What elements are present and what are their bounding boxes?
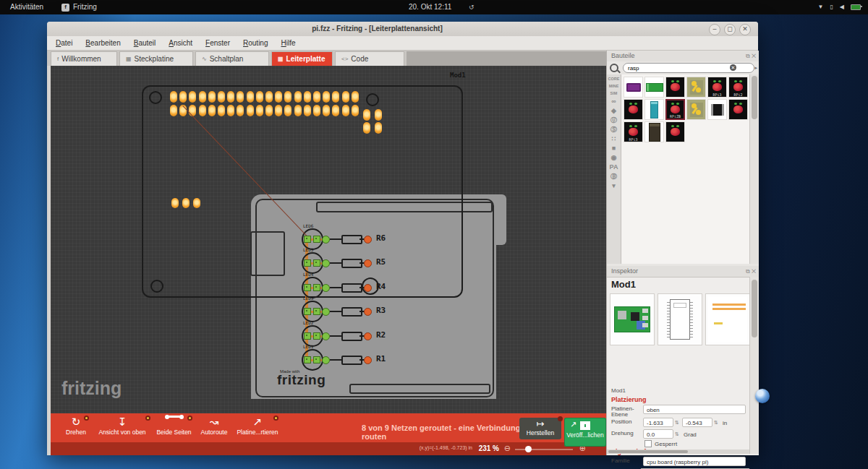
category-mine[interactable]: MINE <box>609 84 619 88</box>
gpio-pad[interactable] <box>208 105 216 116</box>
menu-ansicht[interactable]: Ansicht <box>169 39 192 47</box>
gpio-pad[interactable] <box>332 105 339 116</box>
part-tile[interactable] <box>624 99 643 120</box>
gpio-pad[interactable] <box>199 91 206 103</box>
gpio-pad[interactable] <box>352 91 359 103</box>
gpio-pad[interactable] <box>352 105 359 116</box>
gpio-pad[interactable] <box>247 91 254 103</box>
smd-pad[interactable] <box>304 332 311 340</box>
menu-hilfe[interactable]: Hilfe <box>281 39 296 47</box>
gpio-pad[interactable] <box>256 105 263 116</box>
stepper-icon[interactable]: ⇅ <box>675 431 679 437</box>
gpio-pad[interactable] <box>342 91 349 103</box>
smd-pad[interactable] <box>304 284 311 291</box>
gpio-pad[interactable] <box>247 105 254 116</box>
position-y-input[interactable]: -0.543 <box>682 418 712 427</box>
through-hole-pad[interactable] <box>364 332 372 340</box>
smd-pad[interactable] <box>313 259 320 267</box>
stepper-icon[interactable]: ⇅ <box>675 420 679 426</box>
panel-float-close-icons[interactable]: ⧉ ✕ <box>746 51 756 61</box>
part-tile[interactable] <box>665 77 685 98</box>
family-select[interactable]: cpu board (raspberry pi) <box>643 457 746 466</box>
inspector-vscrollbar[interactable] <box>749 277 759 454</box>
parts-scrollbar[interactable] <box>749 74 759 264</box>
part-tile[interactable] <box>728 99 748 120</box>
pad[interactable] <box>375 122 382 134</box>
minimize-button[interactable]: – <box>709 24 720 35</box>
through-hole-pad[interactable] <box>364 356 372 364</box>
part-tile-rpi2[interactable]: RPi2 <box>728 77 748 98</box>
through-hole-pad[interactable] <box>322 332 330 340</box>
part-tile[interactable] <box>624 77 643 98</box>
pad[interactable] <box>193 198 200 208</box>
part-tile[interactable] <box>665 121 685 142</box>
scrollbar-thumb[interactable] <box>752 76 757 119</box>
pad[interactable] <box>363 109 370 121</box>
through-hole-pad[interactable] <box>322 356 330 364</box>
gpio-pad[interactable] <box>323 91 330 103</box>
gpio-pad[interactable] <box>227 91 234 103</box>
toolbar-button-ansicht-von-oben[interactable]: ↧Ansicht von oben <box>93 416 152 440</box>
gpio-pad[interactable] <box>304 105 311 116</box>
smd-pad[interactable] <box>304 259 311 267</box>
gpio-pad[interactable] <box>237 105 244 116</box>
window-titlebar[interactable]: pi.fzz - Fritzing - [Leiterplattenansich… <box>47 22 758 37</box>
inspector-panel-header[interactable]: Inspektor ⧉ ✕ <box>607 266 759 277</box>
system-tray[interactable]: ▼ ▯ ◀ <box>818 0 861 14</box>
pcb-preview[interactable] <box>705 293 750 345</box>
pcb-canvas[interactable]: Mod1 R6LED6R5LED5R4LED4R3LED3R2LED2R1LED… <box>51 66 606 413</box>
pad[interactable] <box>171 198 179 208</box>
part-tile[interactable] <box>707 99 727 120</box>
gpio-pad[interactable] <box>294 91 302 103</box>
category-∷[interactable]: ∷ <box>612 136 616 142</box>
part-tile[interactable] <box>686 99 706 120</box>
tab-steckplatine[interactable]: ▦Steckplatine <box>119 51 193 66</box>
gpio-pad[interactable] <box>227 105 234 116</box>
clock[interactable]: 20. Okt 12:11 <box>409 0 451 14</box>
smd-pad[interactable] <box>313 356 320 363</box>
stepper-icon[interactable]: ⇅ <box>714 420 718 426</box>
gpio-pad[interactable] <box>332 91 339 103</box>
rotation-input[interactable]: 0.0 <box>643 429 673 439</box>
scrollbar-thumb[interactable] <box>608 450 688 453</box>
dropdown-dot-icon[interactable] <box>187 416 192 421</box>
desktop-blue-orb-icon[interactable] <box>755 389 770 403</box>
gpio-pad[interactable] <box>218 105 225 116</box>
zoom-out-icon[interactable]: ⊖ <box>504 444 511 453</box>
category-◉[interactable]: ◉ <box>611 155 617 161</box>
menu-routing[interactable]: Routing <box>243 39 268 47</box>
scrollbar-thumb[interactable] <box>752 280 757 337</box>
part-tile[interactable] <box>644 77 664 98</box>
menu-bearbeiten[interactable]: Bearbeiten <box>85 39 120 47</box>
through-hole-pad[interactable] <box>322 236 330 244</box>
part-tile-rpizb[interactable]: RPiZB <box>665 99 685 120</box>
gpio-pad[interactable] <box>256 91 263 103</box>
category-◆[interactable]: ◆ <box>611 108 616 114</box>
gpio-pad[interactable] <box>208 91 216 103</box>
gpio-pad[interactable] <box>284 105 292 116</box>
smd-pad[interactable] <box>313 308 320 315</box>
pad[interactable] <box>363 122 370 134</box>
tab-code[interactable]: <>Code <box>335 51 404 66</box>
maximize-button[interactable]: ◻ <box>724 24 736 35</box>
gpio-pad[interactable] <box>304 91 311 103</box>
category-pa[interactable]: PA <box>610 164 618 171</box>
gpio-pad[interactable] <box>170 105 177 116</box>
part-tile-rpi3[interactable]: RPi3 <box>624 121 643 142</box>
fabricate-button[interactable]: ↦ Herstellen <box>519 418 561 439</box>
category-∞[interactable]: ∞ <box>611 98 616 105</box>
focused-app-indicator[interactable]: f Fritzing <box>61 0 97 14</box>
smd-pad[interactable] <box>304 308 311 315</box>
toolbar-button-beide-seiten[interactable]: Beide Seiten <box>154 416 194 440</box>
schematic-preview[interactable] <box>658 293 702 345</box>
gpio-pad[interactable] <box>170 91 177 103</box>
dropdown-dot-icon[interactable] <box>84 416 89 421</box>
gpio-pad[interactable] <box>199 105 206 116</box>
gpio-pad[interactable] <box>275 91 282 103</box>
pad[interactable] <box>375 109 382 121</box>
gpio-pad[interactable] <box>218 91 225 103</box>
through-hole-pad[interactable] <box>322 284 330 292</box>
gpio-pad[interactable] <box>342 105 349 116</box>
dropdown-dot-icon[interactable] <box>145 416 150 421</box>
toolbar-button-platine-rtieren[interactable]: ↗Platine...rtieren <box>235 416 280 440</box>
